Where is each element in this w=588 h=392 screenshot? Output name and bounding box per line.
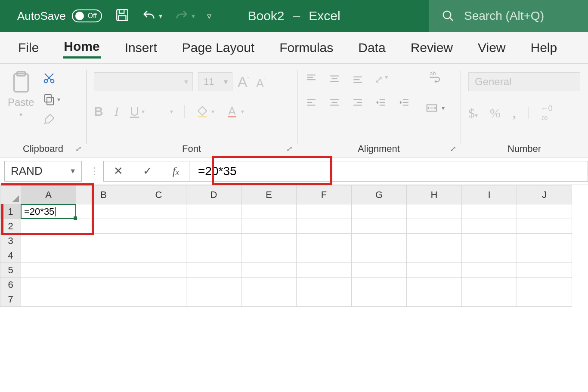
chevron-down-icon[interactable]: ▾ (19, 111, 22, 118)
cell[interactable] (297, 278, 352, 292)
customize-qat-icon[interactable]: ▿ (207, 11, 211, 21)
cell[interactable] (241, 263, 297, 278)
italic-button[interactable]: I (115, 104, 119, 119)
tab-data[interactable]: Data (357, 38, 386, 58)
cell[interactable] (517, 263, 572, 278)
cell[interactable] (21, 234, 76, 248)
cell-a1[interactable]: =20*35 (21, 204, 76, 219)
cell[interactable] (76, 204, 131, 219)
tab-insert[interactable]: Insert (124, 38, 158, 58)
row-header[interactable]: 7 (0, 292, 21, 307)
cell[interactable] (76, 219, 131, 234)
select-all-corner[interactable] (0, 185, 21, 204)
cell[interactable] (352, 219, 407, 234)
cell[interactable] (297, 234, 352, 248)
cell[interactable] (21, 292, 76, 307)
cell[interactable] (407, 263, 462, 278)
font-color-button[interactable]: ▾ (226, 105, 244, 118)
cell[interactable] (297, 204, 352, 219)
cell[interactable] (131, 263, 186, 278)
cell[interactable] (241, 248, 297, 263)
tab-help[interactable]: Help (529, 38, 558, 58)
cell[interactable] (517, 204, 572, 219)
accounting-format-button[interactable]: $▾ (468, 106, 478, 120)
save-icon[interactable] (115, 8, 130, 24)
cell[interactable] (297, 248, 352, 263)
tab-review[interactable]: Review (410, 38, 454, 58)
dialog-launcher-icon[interactable]: ⤢ (286, 144, 293, 154)
fill-color-button[interactable]: ▾ (196, 105, 214, 118)
align-top-icon[interactable] (305, 73, 318, 86)
cell[interactable] (241, 219, 297, 234)
cell[interactable] (76, 292, 131, 307)
underline-button[interactable]: U▾ (130, 104, 145, 119)
decrease-indent-icon[interactable] (374, 97, 387, 110)
autosave-control[interactable]: AutoSave Off (17, 9, 102, 23)
bold-button[interactable]: B (94, 104, 103, 119)
row-header[interactable]: 1 (0, 204, 21, 219)
undo-button[interactable]: ▾ (142, 9, 162, 23)
format-painter-icon[interactable] (43, 113, 60, 127)
cell[interactable] (517, 278, 572, 292)
cell[interactable] (517, 219, 572, 234)
column-header[interactable]: A (21, 185, 76, 204)
cell[interactable] (241, 292, 297, 307)
cell[interactable] (131, 234, 186, 248)
cell[interactable] (186, 248, 241, 263)
align-center-icon[interactable] (328, 97, 341, 110)
insert-function-icon[interactable]: fx (173, 165, 179, 178)
cell[interactable] (21, 219, 76, 234)
cell[interactable] (407, 234, 462, 248)
cell[interactable] (462, 292, 517, 307)
cell[interactable] (407, 204, 462, 219)
cell[interactable] (76, 248, 131, 263)
cell[interactable] (462, 204, 517, 219)
cell[interactable] (407, 219, 462, 234)
enter-formula-icon[interactable]: ✓ (143, 164, 152, 178)
column-header[interactable]: I (462, 185, 517, 204)
wrap-text-icon[interactable]: ab (429, 70, 442, 85)
cell[interactable] (517, 292, 572, 307)
tab-view[interactable]: View (477, 38, 506, 58)
formula-input[interactable]: =20*35 (189, 161, 588, 182)
font-size-select[interactable]: 11 ▾ (198, 72, 232, 91)
copy-icon[interactable]: ▾ (43, 93, 60, 106)
cell[interactable] (517, 248, 572, 263)
cell[interactable] (21, 248, 76, 263)
cell[interactable] (297, 292, 352, 307)
decrease-font-icon[interactable]: Aˇ (256, 77, 265, 90)
cell[interactable] (76, 234, 131, 248)
row-header[interactable]: 6 (0, 278, 21, 292)
tab-page-layout[interactable]: Page Layout (181, 38, 255, 58)
increase-font-icon[interactable]: Aˆ (238, 74, 249, 90)
comma-format-button[interactable]: , (513, 106, 516, 120)
column-header[interactable]: J (517, 185, 572, 204)
cell[interactable] (352, 248, 407, 263)
cell[interactable] (186, 263, 241, 278)
cell[interactable] (462, 278, 517, 292)
cancel-formula-icon[interactable]: ✕ (114, 164, 123, 178)
cell[interactable] (297, 219, 352, 234)
cell[interactable] (76, 263, 131, 278)
row-header[interactable]: 4 (0, 248, 21, 263)
tab-file[interactable]: File (17, 38, 40, 58)
orientation-button[interactable]: ⤢▾ (374, 74, 388, 86)
cell[interactable] (352, 292, 407, 307)
cell[interactable] (241, 234, 297, 248)
tab-home[interactable]: Home (63, 37, 100, 59)
row-header[interactable]: 5 (0, 263, 21, 278)
column-header[interactable]: B (76, 185, 131, 204)
chevron-down-icon[interactable]: ▼ (69, 167, 76, 175)
cell[interactable] (131, 204, 186, 219)
borders-button[interactable]: ▾ (167, 108, 173, 115)
cell[interactable] (241, 278, 297, 292)
autosave-toggle[interactable]: Off (72, 9, 102, 22)
cell[interactable] (186, 278, 241, 292)
align-bottom-icon[interactable] (351, 73, 364, 86)
dialog-launcher-icon[interactable]: ⤢ (450, 144, 456, 154)
cell[interactable] (76, 278, 131, 292)
cell[interactable] (131, 248, 186, 263)
percent-format-button[interactable]: % (490, 106, 501, 120)
align-left-icon[interactable] (305, 97, 318, 110)
increase-indent-icon[interactable] (398, 97, 411, 110)
